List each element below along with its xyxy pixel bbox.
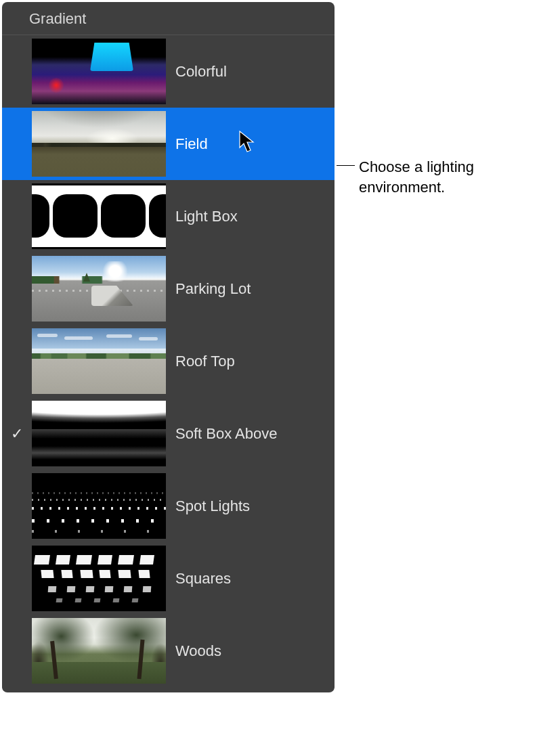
callout-annotation: Choose a lighting environment. [337, 157, 531, 197]
env-label: Light Box [166, 208, 238, 225]
env-thumb-field [32, 111, 166, 177]
env-item-colorful[interactable]: Colorful [2, 35, 335, 108]
env-label: Field [166, 135, 208, 153]
checkmark-icon: ✓ [2, 425, 32, 443]
env-thumb-parkinglot [32, 256, 166, 322]
env-thumb-squares [32, 546, 166, 611]
env-item-softbox[interactable]: ✓ Soft Box Above [2, 397, 335, 470]
panel-header: Gradient [2, 2, 335, 35]
env-label: Squares [166, 570, 231, 588]
env-label: Colorful [166, 63, 227, 81]
environment-list: Colorful Field Light Box Parking Lot [2, 35, 335, 687]
callout-line [337, 165, 355, 166]
environment-panel: Gradient Colorful Field Light Box [2, 2, 335, 692]
env-item-spotlights[interactable]: Spot Lights [2, 470, 335, 542]
env-thumb-softbox [32, 401, 166, 466]
callout-text: Choose a lighting environment. [355, 157, 531, 197]
env-thumb-lightbox [32, 183, 166, 249]
env-thumb-rooftop [32, 328, 166, 394]
env-item-woods[interactable]: Woods [2, 615, 335, 687]
env-item-field[interactable]: Field [2, 108, 335, 180]
cursor-icon [238, 130, 257, 154]
env-item-parkinglot[interactable]: Parking Lot [2, 252, 335, 325]
env-label: Roof Top [166, 353, 235, 370]
env-item-squares[interactable]: Squares [2, 542, 335, 615]
env-item-rooftop[interactable]: Roof Top [2, 325, 335, 397]
env-label: Soft Box Above [166, 425, 277, 443]
env-label: Parking Lot [166, 280, 251, 298]
env-thumb-woods [32, 618, 166, 684]
env-thumb-colorful [32, 39, 166, 104]
env-label: Woods [166, 642, 221, 660]
env-thumb-spotlights [32, 473, 166, 539]
env-item-lightbox[interactable]: Light Box [2, 180, 335, 252]
env-label: Spot Lights [166, 498, 250, 515]
